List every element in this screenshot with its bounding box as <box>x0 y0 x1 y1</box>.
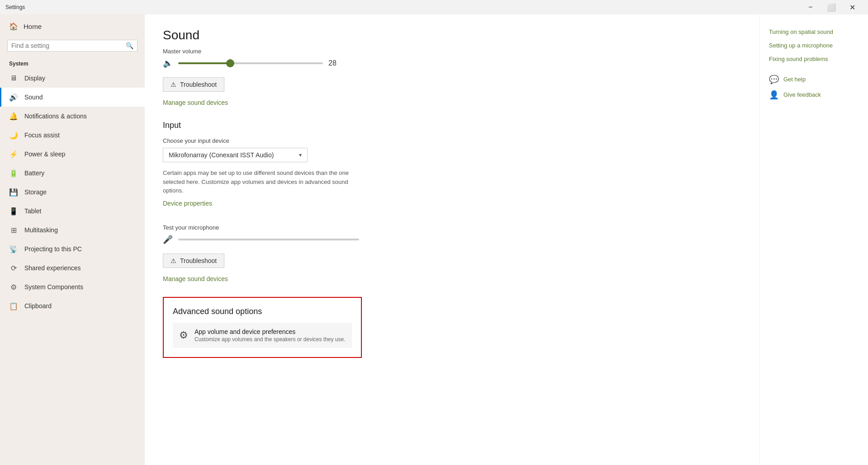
power-icon: ⚡ <box>9 150 18 159</box>
sidebar-item-storage[interactable]: 💾 Storage <box>0 183 145 202</box>
sidebar-label-display: Display <box>24 75 45 82</box>
multitasking-icon: ⊞ <box>9 225 18 235</box>
window-controls: − ⬜ ✕ <box>800 0 863 14</box>
sidebar-item-notifications[interactable]: 🔔 Notifications & actions <box>0 107 145 126</box>
sidebar-item-focus[interactable]: 🌙 Focus assist <box>0 126 145 145</box>
sidebar-items: 🖥 Display 🔊 Sound 🔔 Notifications & acti… <box>0 69 145 315</box>
sidebar-item-power[interactable]: ⚡ Power & sleep <box>0 145 145 164</box>
get-help-item[interactable]: 💬 Get help <box>769 75 859 85</box>
troubleshoot-label-2: Troubleshoot <box>180 257 217 264</box>
mic-row: 🎤 <box>163 235 732 244</box>
notifications-icon: 🔔 <box>9 112 18 121</box>
sidebar-label-notifications: Notifications & actions <box>24 113 87 120</box>
app-body: 🏠 Home 🔍 System 🖥 Display 🔊 Sound 🔔 Noti… <box>0 14 868 465</box>
warning-icon-1: ⚠ <box>171 81 176 88</box>
sidebar-label-sound: Sound <box>24 94 43 101</box>
sidebar-label-shared: Shared experiences <box>24 264 81 272</box>
sidebar-item-projecting[interactable]: 📡 Projecting to this PC <box>0 240 145 258</box>
troubleshoot-label-1: Troubleshoot <box>180 81 217 88</box>
minimize-button[interactable]: − <box>800 0 821 14</box>
storage-icon: 💾 <box>9 188 18 197</box>
right-link-2[interactable]: Fixing sound problems <box>769 55 859 63</box>
volume-thumb[interactable] <box>226 59 234 67</box>
components-icon: ⚙ <box>9 282 18 291</box>
volume-row: 🔈 28 <box>163 58 732 68</box>
search-box[interactable]: 🔍 <box>7 40 138 52</box>
advanced-title: Advanced sound options <box>173 307 352 316</box>
advanced-item-text: App volume and device preferences Custom… <box>194 328 346 343</box>
give-feedback-label[interactable]: Give feedback <box>783 91 821 98</box>
sidebar-item-battery[interactable]: 🔋 Battery <box>0 164 145 183</box>
sidebar-label-power: Power & sleep <box>24 150 65 158</box>
right-link-0[interactable]: Turning on spatial sound <box>769 28 859 36</box>
sidebar-item-multitasking[interactable]: ⊞ Multitasking <box>0 221 145 240</box>
give-feedback-item[interactable]: 👤 Give feedback <box>769 90 859 100</box>
app-volume-preferences-item[interactable]: ⚙ App volume and device preferences Cust… <box>173 323 352 348</box>
search-icon: 🔍 <box>126 42 133 49</box>
advanced-sound-options-box: Advanced sound options ⚙ App volume and … <box>163 297 362 358</box>
feedback-icon: 👤 <box>769 90 779 100</box>
clipboard-icon: 📋 <box>9 301 18 310</box>
search-input[interactable] <box>11 42 123 49</box>
troubleshoot-button-1[interactable]: ⚠ Troubleshoot <box>163 77 224 92</box>
input-device-dropdown[interactable]: Mikrofonarray (Conexant ISST Audio) ▾ <box>163 148 308 162</box>
warning-icon-2: ⚠ <box>171 257 176 264</box>
mic-icon: 🎤 <box>163 235 173 244</box>
sidebar-section-label: System <box>0 57 145 69</box>
advanced-item-title: App volume and device preferences <box>194 328 346 335</box>
home-icon: 🏠 <box>9 22 18 31</box>
sidebar-item-sound[interactable]: 🔊 Sound <box>0 88 145 107</box>
input-section-title: Input <box>163 121 732 130</box>
maximize-button[interactable]: ⬜ <box>821 0 842 14</box>
sidebar-item-shared[interactable]: ⟳ Shared experiences <box>0 258 145 277</box>
advanced-item-subtitle: Customize app volumes and the speakers o… <box>194 336 346 343</box>
manage-sound-devices-link-2[interactable]: Manage sound devices <box>163 275 228 282</box>
right-links: Turning on spatial soundSetting up a mic… <box>769 28 859 64</box>
sidebar-item-tablet[interactable]: 📱 Tablet <box>0 202 145 221</box>
close-button[interactable]: ✕ <box>842 0 863 14</box>
choose-input-label: Choose your input device <box>163 137 732 144</box>
display-icon: 🖥 <box>9 74 18 83</box>
home-button[interactable]: 🏠 Home <box>0 14 145 38</box>
sidebar-item-display[interactable]: 🖥 Display <box>0 69 145 88</box>
volume-icon: 🔈 <box>163 58 173 68</box>
sidebar-label-storage: Storage <box>24 188 47 196</box>
focus-icon: 🌙 <box>9 131 18 140</box>
sound-icon: 🔊 <box>9 93 18 102</box>
test-mic-label: Test your microphone <box>163 224 732 231</box>
sliders-icon: ⚙ <box>179 329 188 341</box>
title-bar: Settings − ⬜ ✕ <box>0 0 868 14</box>
get-help-label[interactable]: Get help <box>783 76 806 83</box>
volume-value: 28 <box>328 59 342 67</box>
home-label: Home <box>24 23 42 30</box>
shared-icon: ⟳ <box>9 263 18 272</box>
volume-slider[interactable] <box>178 62 323 64</box>
master-volume-label: Master volume <box>163 48 732 55</box>
sidebar-label-clipboard: Clipboard <box>24 302 52 310</box>
main-content: Sound Master volume 🔈 28 ⚠ Troubleshoot … <box>145 14 759 465</box>
sidebar-label-projecting: Projecting to this PC <box>24 245 82 253</box>
sidebar-item-components[interactable]: ⚙ System Components <box>0 277 145 296</box>
troubleshoot-button-2[interactable]: ⚠ Troubleshoot <box>163 254 224 268</box>
info-text: Certain apps may be set up to use differ… <box>163 169 362 195</box>
projecting-icon: 📡 <box>9 244 18 254</box>
sidebar-label-components: System Components <box>24 283 83 291</box>
right-link-1[interactable]: Setting up a microphone <box>769 42 859 50</box>
battery-icon: 🔋 <box>9 169 18 178</box>
sidebar: 🏠 Home 🔍 System 🖥 Display 🔊 Sound 🔔 Noti… <box>0 14 145 465</box>
help-icon: 💬 <box>769 75 779 85</box>
page-title: Sound <box>163 28 732 42</box>
sidebar-label-battery: Battery <box>24 169 44 177</box>
manage-sound-devices-link-1[interactable]: Manage sound devices <box>163 99 228 106</box>
sidebar-label-focus: Focus assist <box>24 132 60 139</box>
app-title: Settings <box>5 4 25 10</box>
sidebar-label-tablet: Tablet <box>24 207 41 215</box>
right-help-section: 💬 Get help 👤 Give feedback <box>769 75 859 100</box>
sidebar-item-clipboard[interactable]: 📋 Clipboard <box>0 296 145 315</box>
mic-bar <box>178 239 359 240</box>
dropdown-arrow-icon: ▾ <box>299 152 302 158</box>
device-properties-link[interactable]: Device properties <box>163 200 212 207</box>
right-panel: Turning on spatial soundSetting up a mic… <box>759 14 868 465</box>
tablet-icon: 📱 <box>9 207 18 216</box>
input-device-value: Mikrofonarray (Conexant ISST Audio) <box>169 151 274 159</box>
